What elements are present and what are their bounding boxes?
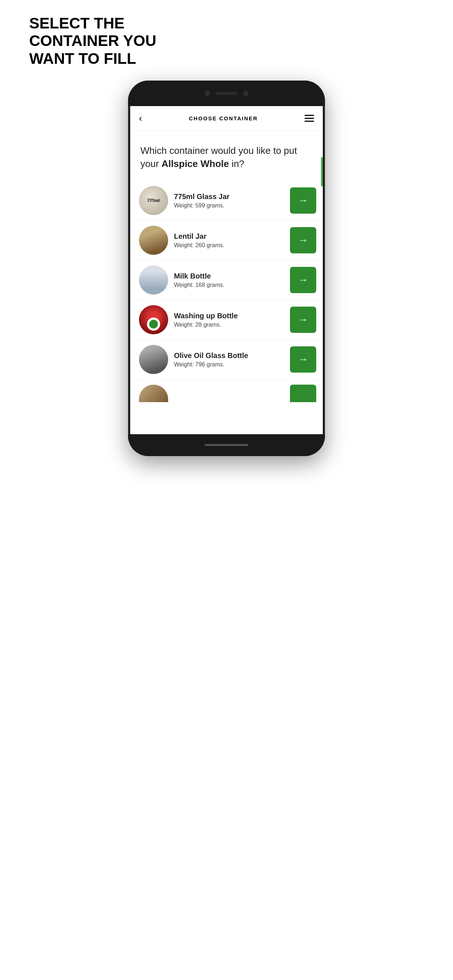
phone-frame: ‹ CHOOSE CONTAINER Which container would… xyxy=(128,81,325,456)
question-suffix: in? xyxy=(229,158,244,169)
back-button[interactable]: ‹ xyxy=(139,113,142,124)
arrow-icon: → xyxy=(298,354,308,365)
hamburger-line-3 xyxy=(305,121,314,122)
arrow-icon: → xyxy=(298,234,308,246)
scroll-indicator xyxy=(321,157,323,186)
speaker xyxy=(215,92,238,95)
container-info: Olive Oil Glass Bottle Weight: 796 grams… xyxy=(174,351,284,368)
list-item: Milk Bottle Weight: 168 grams. → xyxy=(130,260,323,300)
phone-bottom-bar xyxy=(128,434,325,456)
app-header: ‹ CHOOSE CONTAINER xyxy=(130,106,323,131)
container-name: Washing up Bottle xyxy=(174,311,284,320)
header-title: CHOOSE CONTAINER xyxy=(189,115,258,121)
container-weight: Weight: 599 grams. xyxy=(174,202,284,209)
question-text: Which container would you like to put yo… xyxy=(140,144,313,170)
screen-inner: ‹ CHOOSE CONTAINER Which container would… xyxy=(130,106,323,405)
container-info: Washing up Bottle Weight: 28 grams. xyxy=(174,311,284,328)
container-weight: Weight: 168 grams. xyxy=(174,282,284,288)
product-name: Allspice Whole xyxy=(161,158,229,169)
phone-top-bar xyxy=(128,81,325,106)
home-indicator xyxy=(205,444,248,446)
container-name: Olive Oil Glass Bottle xyxy=(174,351,284,360)
container-thumbnail xyxy=(139,266,168,294)
select-container-button[interactable]: → xyxy=(290,227,316,253)
select-container-button[interactable]: → xyxy=(290,307,316,333)
list-item-partial xyxy=(130,380,323,402)
container-name: 775ml Glass Jar xyxy=(174,192,284,201)
hamburger-line-2 xyxy=(305,118,314,119)
select-container-button[interactable]: → xyxy=(290,267,316,293)
camera-left xyxy=(205,91,210,96)
question-section: Which container would you like to put yo… xyxy=(130,131,323,178)
container-thumbnail xyxy=(139,226,168,255)
camera-right xyxy=(243,91,248,96)
container-weight: Weight: 260 grams. xyxy=(174,242,284,249)
hamburger-line-1 xyxy=(305,115,314,116)
list-item: Lentil Jar Weight: 260 grams. → xyxy=(130,221,323,260)
notch xyxy=(190,87,263,100)
container-name: Lentil Jar xyxy=(174,232,284,240)
container-thumbnail: 775ml xyxy=(139,186,168,215)
list-item: Washing up Bottle Weight: 28 grams. → xyxy=(130,300,323,340)
select-btn-partial xyxy=(290,385,316,402)
container-info: 775ml Glass Jar Weight: 599 grams. xyxy=(174,192,284,209)
container-info: Lentil Jar Weight: 260 grams. xyxy=(174,232,284,249)
arrow-icon: → xyxy=(298,314,308,326)
container-thumbnail xyxy=(139,305,168,334)
container-weight: Weight: 28 grams. xyxy=(174,321,284,328)
container-list: 775ml 775ml Glass Jar Weight: 599 grams.… xyxy=(130,178,323,405)
container-thumbnail-partial xyxy=(139,385,168,402)
container-thumbnail xyxy=(139,345,168,374)
arrow-icon: → xyxy=(298,195,308,206)
container-name: Milk Bottle xyxy=(174,272,284,280)
menu-button[interactable] xyxy=(305,115,314,122)
phone-screen: ‹ CHOOSE CONTAINER Which container would… xyxy=(130,106,323,434)
container-weight: Weight: 796 grams. xyxy=(174,361,284,368)
page-title: SELECT THE CONTAINER YOU WANT TO FILL xyxy=(7,14,156,67)
select-container-button[interactable]: → xyxy=(290,188,316,214)
arrow-icon: → xyxy=(298,274,308,286)
list-item: Olive Oil Glass Bottle Weight: 796 grams… xyxy=(130,340,323,380)
list-item: 775ml 775ml Glass Jar Weight: 599 grams.… xyxy=(130,181,323,221)
select-container-button[interactable]: → xyxy=(290,346,316,372)
container-info: Milk Bottle Weight: 168 grams. xyxy=(174,272,284,288)
